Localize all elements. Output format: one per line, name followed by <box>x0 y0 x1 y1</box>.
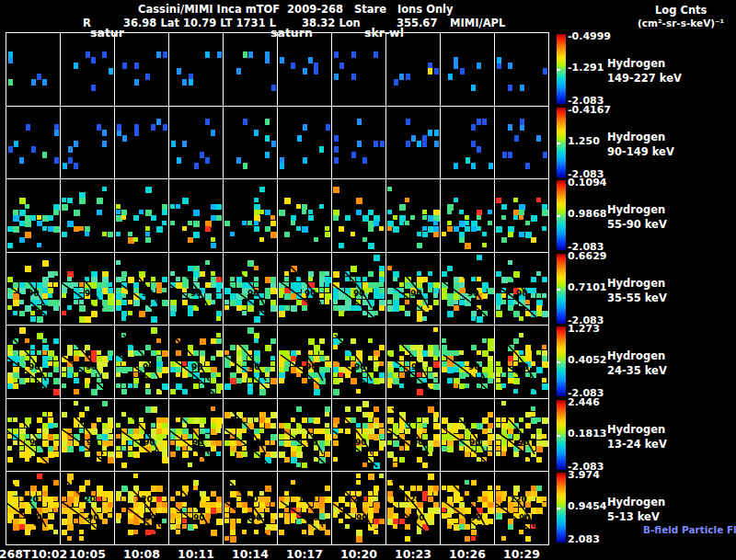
data-pixel <box>394 79 398 86</box>
data-pixel <box>117 130 121 136</box>
panel-r3-c8: 90 <box>441 253 494 326</box>
data-pixel <box>447 226 453 232</box>
colorbar-tick <box>557 289 560 291</box>
contour-overlay: 90 <box>332 399 385 471</box>
data-pixel <box>79 226 84 231</box>
data-pixel <box>454 163 458 169</box>
data-pixel <box>497 63 501 69</box>
data-pixel <box>325 232 330 237</box>
data-pixel <box>405 198 409 202</box>
data-pixel <box>259 237 264 242</box>
data-pixel <box>460 68 465 74</box>
panel-r5-c6: 90 <box>332 399 385 472</box>
row-band-label: 35-55 keV <box>607 291 667 304</box>
panel-r5-c0: 90 <box>6 399 60 472</box>
data-pixel <box>182 226 187 231</box>
data-pixel <box>7 226 13 232</box>
data-pixel <box>434 141 439 147</box>
data-pixel <box>488 210 492 214</box>
panel-r1-c1 <box>61 107 114 179</box>
time-axis-label: 10:29 <box>480 547 563 560</box>
data-pixel <box>13 226 19 233</box>
contour-overlay: 90 <box>115 326 168 397</box>
data-pixel <box>454 63 458 69</box>
svg-text:90: 90 <box>353 289 365 298</box>
data-pixel <box>351 74 356 80</box>
data-pixel <box>265 57 270 63</box>
colorbar <box>557 108 566 177</box>
svg-text:90: 90 <box>305 362 317 371</box>
panel-r1-c8 <box>441 107 494 179</box>
data-pixel <box>254 130 259 136</box>
panel-r5-c7: 90 <box>386 399 440 472</box>
data-pixel <box>410 215 415 220</box>
data-pixel <box>279 210 285 216</box>
data-pixel <box>19 221 25 226</box>
data-pixel <box>242 221 247 225</box>
colorbar <box>557 180 566 250</box>
data-pixel <box>243 51 247 58</box>
data-pixel <box>13 210 18 215</box>
svg-text:90: 90 <box>144 513 156 522</box>
data-pixel <box>37 221 42 226</box>
data-pixel <box>134 79 139 86</box>
contour-overlay: 12090 <box>224 472 277 543</box>
data-pixel <box>254 226 259 232</box>
contour-overlay: 90 <box>224 326 277 397</box>
colorbar-mid-label: 1.250 <box>568 135 600 147</box>
data-pixel <box>42 226 47 231</box>
contour-overlay: 90 <box>386 253 440 325</box>
data-pixel <box>211 243 216 248</box>
svg-text:90: 90 <box>355 438 367 447</box>
data-pixel <box>265 119 270 125</box>
svg-text:120: 120 <box>347 495 364 504</box>
data-pixel <box>308 210 313 214</box>
data-pixel <box>265 210 270 215</box>
data-pixel <box>334 74 339 80</box>
data-pixel <box>25 204 29 209</box>
data-pixel <box>254 221 259 225</box>
data-pixel <box>85 232 89 236</box>
data-pixel <box>477 119 481 125</box>
data-pixel <box>339 63 344 69</box>
data-pixel <box>74 226 79 232</box>
data-pixel <box>520 119 524 125</box>
data-pixel <box>417 232 421 236</box>
svg-text:120: 120 <box>21 495 39 504</box>
panel-r0-c9 <box>495 33 548 106</box>
panel-r4-c4: 90 <box>224 326 277 398</box>
data-pixel <box>434 68 439 74</box>
data-pixel <box>62 232 67 237</box>
data-pixel <box>303 68 307 74</box>
contour-overlay: 90 <box>61 253 114 325</box>
panel-r3-c9: 90 <box>495 253 548 326</box>
data-pixel <box>205 51 210 58</box>
data-pixel <box>433 226 439 232</box>
contour-overlay: 12090 <box>386 472 440 543</box>
data-pixel <box>525 221 530 225</box>
row-species-label: Hydrogen <box>607 277 665 290</box>
data-pixel <box>508 152 512 158</box>
contour-overlay: 90 <box>495 253 548 325</box>
panel-r2-c0 <box>6 179 60 252</box>
bfield-particle-flow-label: B-field Particle Flow <box>643 524 736 535</box>
data-pixel <box>54 157 59 164</box>
contour-overlay: 90 <box>169 399 223 471</box>
colorbar-tick <box>557 508 560 509</box>
svg-text:90: 90 <box>306 438 318 447</box>
row-species-label: Hydrogen <box>607 131 665 143</box>
panel-r1-c4 <box>224 107 277 179</box>
data-pixel <box>37 243 41 247</box>
data-pixel <box>459 232 465 237</box>
data-pixel <box>489 163 493 169</box>
colorbar-min-label: 2.083 <box>568 533 600 545</box>
data-pixel <box>536 135 541 142</box>
data-pixel <box>351 51 356 58</box>
panel-r5-c4: 90 <box>224 399 277 472</box>
data-pixel <box>8 79 13 86</box>
svg-text:90: 90 <box>410 289 422 298</box>
panel-r0-c1 <box>61 33 114 106</box>
data-pixel <box>193 221 200 227</box>
data-pixel <box>63 163 67 169</box>
panel-r6-c0: 12090 <box>6 472 60 544</box>
